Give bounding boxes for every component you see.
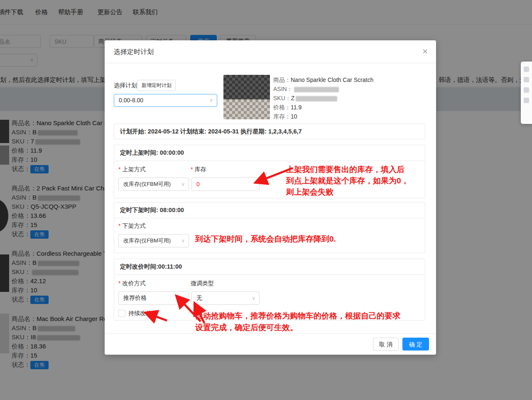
continuous-reprice-label: 持续改价 [128,310,152,317]
tweak-type-label: 微调类型 [191,280,214,287]
schedule-plan-modal: 选择定时计划 × 选择计划 新增定时计划 0.00-8.00 ∨ 商品：Nano… [105,40,436,355]
close-icon[interactable]: × [422,45,428,58]
continuous-reprice-checkbox[interactable] [118,310,125,317]
section-scheduled-delisting: 定时下架时间: 08:00:00 *下架方式 改库存(仅FBM可用) ∨ [114,202,425,253]
product-info: 商品：Nano Sparkle Cloth Car Scratch ASIN： … [273,75,373,121]
listing-method-select[interactable]: 改库存(仅FBM可用) ∨ [118,178,189,191]
plan-info-bar: 计划开始: 2024-05-12 计划结束: 2024-05-31 执行星期: … [114,123,425,139]
delisting-method-select[interactable]: 改库存(仅FBM可用) ∨ [118,234,189,247]
section-header: 定时改价时间:00:11:00 [114,259,425,275]
cancel-button[interactable]: 取 消 [373,338,399,351]
screen: 插件下载 价格 帮助手册 更新公告 联系我们 商品状态 ∨ 定时任务 ∨ 搜索 … [0,0,532,400]
section-header: 定时下架时间: 08:00:00 [114,202,425,218]
censored-sku [296,96,337,101]
censored-asin [294,87,339,92]
plan-select[interactable]: 0.00-8.00 ∨ [114,94,217,107]
section-header: 定时上架时间: 00:00:00 [114,145,425,161]
stock-label: 库存 [194,166,206,173]
chevron-down-icon: ∨ [252,292,255,304]
listing-method-label: 上架方式 [122,166,145,173]
confirm-button[interactable]: 确 定 [402,338,429,351]
reprice-method-label: 改价方式 [122,280,145,286]
tweak-type-select[interactable]: 无 ∨ [191,291,260,305]
annotation-listing-stock: 上架我们需要售出的库存，填入后 到点上架就是这个库存，如果为0， 则上架会失败 [286,164,409,198]
annotation-repricing: 自动抢购物车，推荐价格为购物车的价格，根据自己的要求 设置完成，确定后便可生效。 [195,310,400,333]
modal-title: 选择定时计划 [114,48,154,57]
floating-toolbar[interactable] [521,62,532,124]
reprice-method-select[interactable]: 推荐价格 ∨ [118,291,189,305]
chevron-down-icon: ∨ [209,94,213,106]
chevron-down-icon: ∨ [181,235,185,247]
modal-footer-divider [105,333,436,334]
delisting-method-label: 下架方式 [122,222,145,229]
plan-select-label: 选择计划 [114,82,137,89]
stock-input[interactable] [191,178,260,191]
chevron-down-icon: ∨ [181,178,185,190]
chevron-down-icon: ∨ [181,292,185,304]
annotation-delisting: 到达下架时间，系统会自动把库存降到0. [195,233,336,244]
add-plan-button[interactable]: 新增定时计划 [137,80,176,91]
product-image [223,75,270,119]
modal-header: 选择定时计划 × [105,40,436,63]
